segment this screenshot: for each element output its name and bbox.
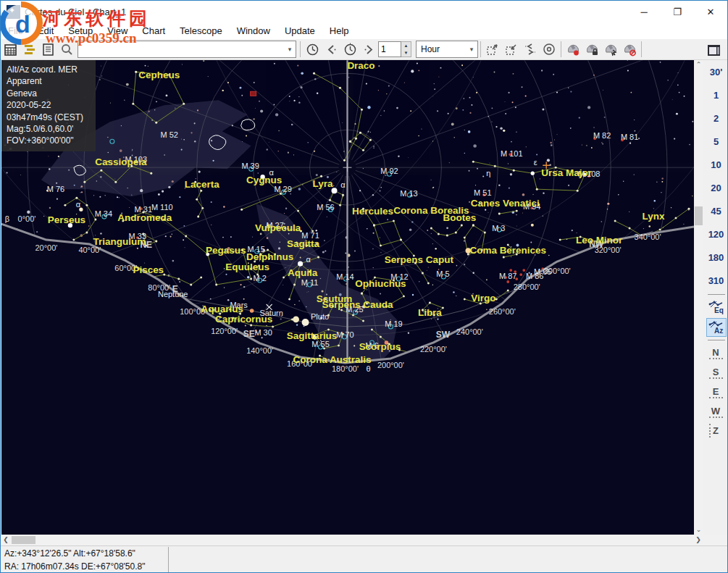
horizon-dots-icon <box>709 424 711 438</box>
telescope-park-icon[interactable] <box>582 40 601 59</box>
sky-chart-canvas[interactable]: M 52M 103M 39M 29M 76M 110M 31M 34M 33M … <box>1 60 694 535</box>
fov-button-10[interactable]: 10 <box>703 153 728 176</box>
horizon-dots-icon <box>709 417 723 418</box>
object-label: M 3 <box>492 224 505 233</box>
minimize-button[interactable]: ─ <box>627 1 661 22</box>
cardinal-label: SW <box>436 330 451 340</box>
menu-chart[interactable]: Chart <box>135 23 172 38</box>
fov-button-120[interactable]: 120 <box>703 222 728 246</box>
chart-window-icon[interactable] <box>704 41 723 59</box>
zoom-in-icon[interactable] <box>502 40 521 59</box>
look-w-button[interactable]: W <box>703 401 728 421</box>
time-step-spinner[interactable]: ▲ ▼ <box>401 41 411 57</box>
fov-button-5[interactable]: 5 <box>703 130 728 153</box>
object-list-icon[interactable] <box>38 40 57 59</box>
calendar-icon[interactable] <box>1 40 20 59</box>
chevron-down-icon[interactable]: ▾ <box>466 46 477 53</box>
coord-mode-az-button[interactable]: Az <box>706 318 727 337</box>
horizontal-scroll-thumb[interactable] <box>12 536 35 544</box>
object-label: M 70 <box>336 330 353 339</box>
object-label: M 11 <box>301 278 319 287</box>
menu-telescope[interactable]: Telescope <box>172 23 230 38</box>
azimuth-label: 120°00' <box>211 327 238 335</box>
scrollbar-corner <box>703 535 728 545</box>
time-step-forward-icon[interactable] <box>359 40 378 59</box>
info-line: FOV:+360°00'00" <box>7 135 92 146</box>
menu-edit[interactable]: Edit <box>30 23 61 38</box>
search-input[interactable] <box>78 43 284 56</box>
menu-help[interactable]: Help <box>322 23 356 38</box>
greek-letter-label: α <box>306 255 311 264</box>
greek-letter-label: ε <box>534 158 537 167</box>
azimuth-label: 140°00' <box>246 346 273 355</box>
constellation-label: Canes Venatici <box>471 198 540 209</box>
azimuth-label: 80°00' <box>148 283 170 292</box>
object-label: M 2 <box>253 274 266 283</box>
time-unit-combobox[interactable]: Hour ▾ <box>416 41 478 58</box>
spinner-up-icon[interactable]: ▲ <box>401 42 411 49</box>
look-s-button[interactable]: S <box>703 362 728 382</box>
greek-letter-label: η <box>486 169 490 177</box>
object-label: M 76 <box>47 185 64 193</box>
constellation-label: Cygnus <box>246 175 282 185</box>
scroll-left-icon[interactable]: ❮ <box>1 535 11 545</box>
look-z-button[interactable]: Z <box>703 421 728 440</box>
scroll-up-icon[interactable]: ⌃ <box>694 60 703 70</box>
info-line: 03h47m49s (CEST) <box>7 112 92 123</box>
chart-info-panel: Alt/Az coord. MERApparentGeneva2020-05-2… <box>1 60 96 151</box>
chevron-down-icon[interactable]: ▾ <box>284 46 296 53</box>
constellation-label: Serpens Cauda <box>322 299 393 310</box>
direction-label: Z <box>713 425 719 436</box>
menu-update[interactable]: Update <box>277 23 322 38</box>
horizontal-scrollbar[interactable]: ❮ ❯ <box>1 535 703 545</box>
constellation-label: Sagitta <box>287 238 319 249</box>
search-icon[interactable] <box>57 40 76 59</box>
center-mark-icon[interactable] <box>540 40 558 59</box>
scroll-right-icon[interactable]: ❯ <box>693 535 703 545</box>
azimuth-label: 220°00' <box>420 345 447 354</box>
look-n-button[interactable]: N <box>703 343 728 362</box>
status-bar: Az:+343°12'26.5" Alt:+67°18'58.6" RA: 17… <box>1 545 727 573</box>
fov-button-2[interactable]: 2 <box>703 106 728 130</box>
time-step-back-icon[interactable] <box>322 40 340 59</box>
vertical-scroll-thumb[interactable] <box>695 206 703 225</box>
fov-button-180[interactable]: 180 <box>703 246 728 269</box>
time-step-input[interactable] <box>378 41 401 57</box>
coord-mode-eq-button[interactable]: Eq <box>706 298 727 317</box>
field-rotation-icon[interactable] <box>521 40 540 59</box>
fov-button-45[interactable]: 45 <box>703 199 728 222</box>
menu-file[interactable]: File <box>1 23 30 38</box>
menu-window[interactable]: Window <box>230 23 277 38</box>
menu-setup[interactable]: Setup <box>61 23 100 38</box>
info-line: Apparent <box>7 75 92 87</box>
fov-button-310[interactable]: 310 <box>703 269 728 292</box>
greek-letter-label: θ <box>366 364 370 373</box>
constellation-label: Scorpius <box>359 341 401 352</box>
constellation-label: Triangulum <box>93 236 146 247</box>
search-combobox[interactable]: ▾ <box>78 41 296 58</box>
telescope-slew-icon[interactable] <box>601 40 620 59</box>
telescope-abort-icon[interactable] <box>620 40 639 59</box>
object-label: M 110 <box>151 203 173 212</box>
fov-button-20[interactable]: 20 <box>703 176 728 199</box>
fov-button-30'[interactable]: 30' <box>703 60 728 83</box>
observatory-list-icon[interactable] <box>20 40 38 59</box>
azimuth-label: 20°00' <box>35 243 57 252</box>
vertical-scrollbar[interactable]: ⌃ ⌄ <box>694 60 703 535</box>
cardinal-label: E <box>172 284 178 294</box>
sky-chart[interactable]: M 52M 103M 39M 29M 76M 110M 31M 34M 33M … <box>1 60 694 535</box>
menu-view[interactable]: View <box>100 23 135 38</box>
spinner-down-icon[interactable]: ▼ <box>401 49 411 57</box>
time-now-icon[interactable] <box>340 40 359 59</box>
constellation-label: Andromeda <box>117 212 172 223</box>
zoom-out-icon[interactable] <box>483 40 502 59</box>
fov-button-1[interactable]: 1 <box>703 83 728 106</box>
time-reset-icon[interactable] <box>303 40 322 59</box>
object-label: M 30 <box>254 328 272 337</box>
look-e-button[interactable]: E <box>703 382 728 401</box>
scroll-down-icon[interactable]: ⌄ <box>694 525 703 535</box>
telescope-connect-icon[interactable] <box>564 40 582 59</box>
maximize-button[interactable]: ❐ <box>661 1 694 22</box>
object-label: M 14 <box>336 272 353 281</box>
close-button[interactable]: ✕ <box>694 1 727 22</box>
